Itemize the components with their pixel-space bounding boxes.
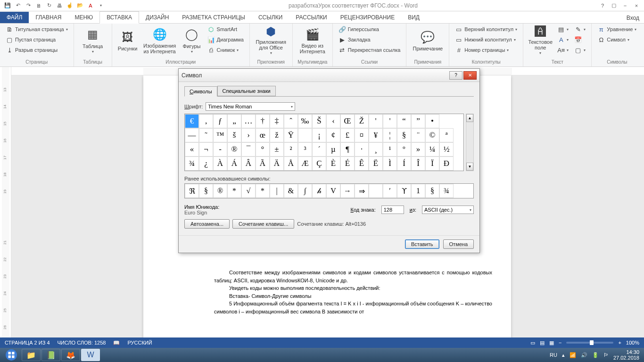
symbol-cell[interactable]: Ä [270,156,284,171]
tray-lang[interactable]: RU [550,352,557,358]
view-read-icon[interactable]: ▭ [530,340,535,346]
firefox-icon[interactable]: 🦊 [61,349,80,361]
smartart-button[interactable]: ⬡SmartArt [206,25,246,34]
zoom-slider[interactable] [566,342,613,344]
symbol-cell[interactable]: ¢ [326,128,340,142]
word-icon[interactable]: W [81,349,100,361]
hyperlink-button[interactable]: 🔗Гиперссылка [337,25,403,34]
login-button[interactable]: Вход [622,13,644,23]
font-select[interactable]: Times New Roman▾ [206,102,295,111]
symbol-cell[interactable]: ¿ [199,156,213,171]
chart-button[interactable]: 📊Диаграмма [206,35,246,44]
wordart-button[interactable]: A▾ [555,35,570,44]
start-button[interactable] [2,349,21,361]
symbol-cell[interactable]: Æ [298,156,312,171]
symbol-cell[interactable]: € [185,114,199,128]
dialog-titlebar[interactable]: Символ ? ✕ [179,69,479,82]
symbol-cell[interactable]: » [411,142,425,156]
explorer-icon[interactable]: 📁 [22,349,41,361]
recent-symbol-cell[interactable]: V [326,184,340,198]
quickparts-button[interactable]: ▤▾ [555,25,570,34]
dialog-close-icon[interactable]: ✕ [463,71,477,80]
pictures-button[interactable]: 🖼Рисунки [116,25,140,57]
zoom-out-icon[interactable]: − [559,340,561,346]
symbol-cell[interactable]: ¯ [241,142,256,156]
symbol-cell[interactable]: Â [241,156,256,171]
tray-network-icon[interactable]: 📶 [570,352,576,358]
symbol-cell[interactable]: ˜ [199,128,213,142]
qat-more-icon[interactable]: ▾ [96,1,106,10]
notepad-icon[interactable]: 📗 [41,349,60,361]
online-pictures-button[interactable]: 🌐Изображения из Интернета [141,25,178,57]
symbol-cell[interactable]: š [227,128,241,142]
symbol-cell[interactable]: „ [227,114,241,128]
recent-symbol-cell[interactable]: ℜ [185,184,199,198]
recent-symbol-cell[interactable]: ⇒ [355,184,369,198]
tab-mailings[interactable]: РАССЫЛКИ [289,12,333,23]
tab-view[interactable]: ВИД [401,12,426,23]
code-input[interactable] [381,206,404,214]
symbol-cell[interactable]: Ÿ [284,128,298,142]
page-break-button[interactable]: ⤓Разрыв страницы [4,45,70,55]
symbol-cell[interactable]: ° [256,142,270,156]
close-icon[interactable]: × [632,1,641,10]
insert-button[interactable]: Вставить [405,239,439,249]
recent-symbol-cell[interactable]: ϒ [397,184,411,198]
symbol-cell[interactable]: £ [340,128,355,142]
recent-symbol-cell[interactable]: | [270,184,284,198]
symbol-cell[interactable]: Í [397,156,411,171]
recent-symbol-cell[interactable]: 𝒽 [312,184,326,198]
shapes-button[interactable]: ◯Фигуры▾ [180,25,204,57]
symbol-cell[interactable]: · [355,142,369,156]
new-doc-icon[interactable]: 🗎 [34,1,43,10]
cancel-button[interactable]: Отмена [443,239,474,249]
symbol-cell[interactable]: ² [284,142,298,156]
symbol-cell[interactable]: Ì [383,156,397,171]
symbol-cell[interactable]: Ã [256,156,270,171]
textbox-button[interactable]: 🅰Текстовое поле▾ [527,25,553,57]
open-icon[interactable]: 📂 [75,1,85,10]
symbol-cell[interactable]: ‹ [326,114,340,128]
zoom-in-icon[interactable]: + [618,340,621,346]
tab-home[interactable]: ГЛАВНАЯ [29,12,68,23]
help-icon[interactable]: ? [598,1,607,10]
symbol-cell[interactable]: © [425,128,439,142]
symbol-cell[interactable]: ¼ [425,142,439,156]
recent-symbol-cell[interactable]: ′ [383,184,397,198]
symbol-cell[interactable]: ¡ [312,128,326,142]
recent-symbol-cell[interactable]: * [227,184,241,198]
bookmark-button[interactable]: ▶Закладка [337,35,403,44]
equation-button[interactable]: πУравнение▾ [595,25,638,34]
symbol-cell[interactable]: † [256,114,270,128]
minimize-icon[interactable]: − [620,1,630,10]
symbol-cell[interactable]: Ê [355,156,369,171]
undo-icon[interactable]: ↶ [13,1,23,10]
symbol-cell[interactable]: « [185,142,199,156]
header-button[interactable]: ▭Верхний колонтитул▾ [453,25,519,34]
symbol-cell[interactable]: ¹ [383,142,397,156]
symbol-cell[interactable]: ¤ [355,128,369,142]
symbol-cell[interactable]: ' [383,114,397,128]
tab-menu[interactable]: Меню [68,12,99,23]
video-button[interactable]: 🎬Видео из Интернета [297,25,329,57]
redo-icon[interactable]: ↷ [24,1,33,10]
symbol-cell[interactable]: À [213,156,227,171]
print-icon[interactable]: 🖶 [55,1,64,10]
symbol-scrollbar[interactable]: ▲ ▼ [466,114,474,171]
symbol-cell[interactable]: ¸ [369,142,383,156]
tab-design[interactable]: ДИЗАЙН [139,12,175,23]
symbol-cell[interactable]: — [185,128,199,142]
symbol-cell[interactable]: ˆ [284,114,298,128]
symbol-cell[interactable]: ª [439,128,454,142]
symbol-cell[interactable]: “ [397,114,411,128]
symbol-cell[interactable]: ” [411,114,425,128]
object-button[interactable]: ▢▾ [572,45,587,55]
symbol-cell[interactable]: ž [270,128,284,142]
text-color-icon[interactable]: A [86,1,95,10]
refresh-icon[interactable]: ↻ [44,1,54,10]
recent-symbol-cell[interactable]: & [284,184,298,198]
shortcut-button[interactable]: Сочетание клавиш... [232,219,294,229]
scroll-down-icon[interactable]: ▼ [466,163,473,171]
symbol-cell[interactable]: Î [411,156,425,171]
document-text[interactable]: Соответствие между изображениями символо… [214,269,492,315]
